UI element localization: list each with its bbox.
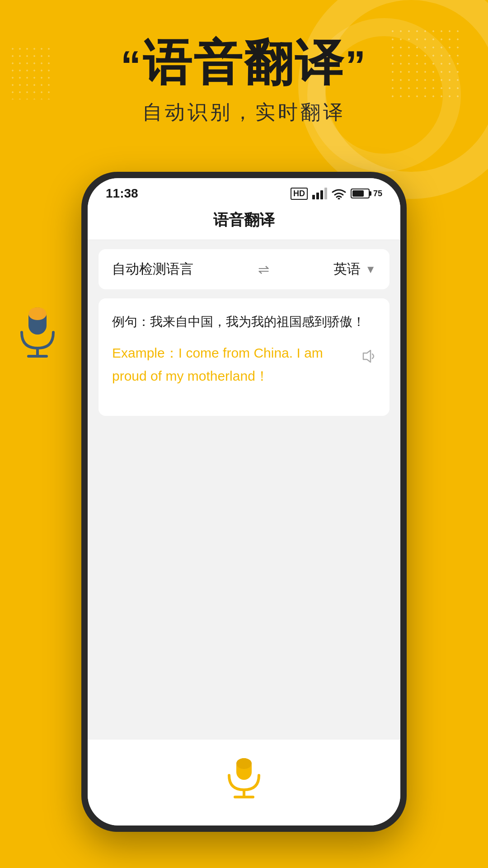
target-language[interactable]: 英语 [333, 260, 361, 278]
speaker-button[interactable] [361, 348, 379, 366]
signal-icon [312, 188, 327, 199]
main-title: “语音翻译” [27, 36, 461, 90]
target-language-wrapper[interactable]: 英语 ▼ [333, 260, 376, 278]
battery-icon: 75 [351, 189, 382, 198]
svg-point-4 [338, 198, 340, 200]
subtitle: 自动识别，实时翻译 [27, 99, 461, 126]
language-selector[interactable]: 自动检测语言 ⇌ 英语 ▼ [99, 249, 389, 289]
dropdown-arrow-icon[interactable]: ▼ [365, 263, 376, 276]
quote-open: “ [121, 43, 143, 88]
content-area [88, 416, 400, 740]
status-time: 11:38 [106, 186, 138, 201]
original-text: 例句：我来自中国，我为我的祖国感到骄傲！ [112, 312, 376, 332]
translated-text: Example：I come from China. I am proud of… [112, 341, 376, 387]
translation-box: 例句：我来自中国，我为我的祖国感到骄傲！ Example：I come from… [99, 298, 389, 416]
hd-badge: HD [291, 188, 308, 200]
phone-outer: 11:38 HD [81, 172, 407, 832]
bottom-bar [88, 740, 400, 826]
swap-languages-button[interactable]: ⇌ [258, 261, 269, 277]
speaker-icon [361, 348, 379, 364]
header-section: “语音翻译” 自动识别，实时翻译 [0, 36, 488, 126]
mic-icon-left-decoration [13, 303, 67, 362]
source-language[interactable]: 自动检测语言 [112, 260, 193, 278]
app-title: 语音翻译 [213, 211, 275, 228]
phone-mockup: 11:38 HD [81, 172, 407, 832]
svg-rect-1 [28, 307, 47, 320]
app-header: 语音翻译 [88, 205, 400, 240]
battery-level: 75 [373, 189, 382, 198]
title-text: 语音翻译 [143, 35, 345, 90]
mic-bottom-icon [224, 755, 264, 801]
svg-rect-7 [236, 758, 252, 769]
wifi-icon [332, 188, 346, 199]
phone-inner: 11:38 HD [88, 178, 400, 826]
mic-record-button[interactable] [221, 753, 267, 803]
status-bar: 11:38 HD [88, 178, 400, 205]
quote-close: ” [345, 43, 367, 88]
status-icons: HD 75 [291, 188, 382, 200]
svg-marker-5 [363, 350, 371, 362]
